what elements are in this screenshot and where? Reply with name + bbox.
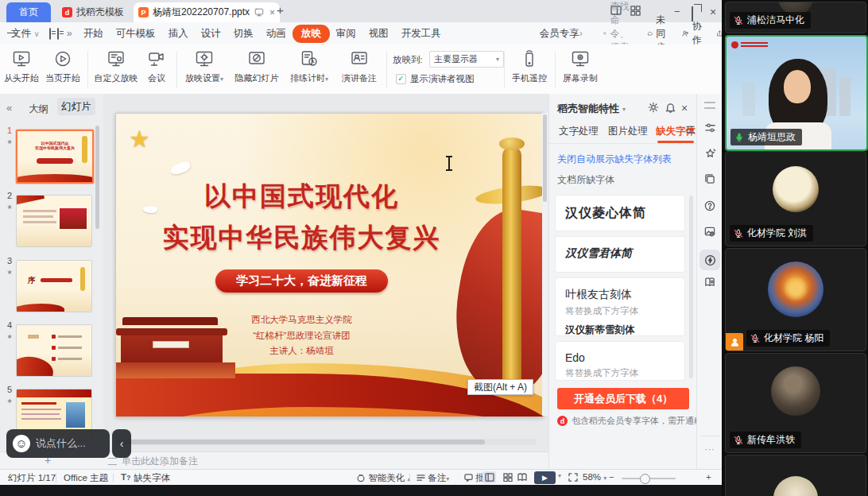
editing-canvas[interactable]: ★ 以中国式现代化 实现中华民族伟大复兴 学习二十大，奋进新征程 西北大学马克思… — [103, 94, 548, 451]
menu-item-animation[interactable]: 动画 — [260, 25, 293, 43]
menu-item-start[interactable]: 开始 — [77, 25, 110, 43]
presenter-view-checkbox[interactable]: ✓ 显示演讲者视图 — [396, 73, 475, 85]
tab-home[interactable]: 首页 — [6, 2, 51, 22]
copy-layers-icon[interactable] — [697, 173, 723, 184]
font-card[interactable]: 汉仪菱心体简 — [556, 196, 684, 231]
collaborate-button[interactable]: 协作 — [682, 20, 705, 47]
menu-item-view[interactable]: 视图 — [362, 25, 395, 43]
gear-icon[interactable] — [648, 102, 659, 113]
slide-sorter-view-button[interactable] — [501, 471, 514, 483]
tab-document[interactable]: P 杨靖垣202220707.pptx × — [134, 2, 280, 22]
notes-toggle[interactable]: 备注▾ — [417, 472, 449, 484]
properties-icon[interactable] — [697, 122, 723, 134]
menu-item-insert[interactable]: 插入 — [162, 25, 195, 43]
zoom-slider[interactable] — [622, 478, 676, 479]
zoom-out-button[interactable]: − — [609, 472, 614, 482]
participant-tile[interactable] — [725, 455, 866, 496]
zoom-level[interactable]: 58% ▾ — [583, 472, 606, 482]
menu-item-member[interactable]: 会员专享› — [533, 25, 589, 43]
emoji-icon[interactable]: ☺ — [13, 435, 30, 452]
pane-scrollbar[interactable] — [689, 196, 693, 378]
disable-auto-show-link[interactable]: 关闭自动展示缺失字体列表 — [557, 153, 672, 166]
hide-slide-button[interactable]: 隐藏幻灯片 — [232, 49, 281, 84]
pane-drag-handle[interactable] — [697, 102, 723, 109]
smart-beautify-icon[interactable] — [697, 148, 723, 160]
slide-thumbnail-2[interactable] — [16, 195, 92, 247]
tab-docer-templates[interactable]: d 找稻壳模板 — [56, 2, 130, 22]
reference-book-icon[interactable] — [697, 277, 723, 288]
phone-remote-button[interactable]: 手机遥控 — [509, 49, 550, 84]
fit-to-window-button[interactable] — [566, 471, 579, 483]
collapse-panel-icon[interactable]: « — [6, 102, 12, 114]
slide-thumbnail-1-selected[interactable]: 以中国式现代化实现中华民族伟大复兴 — [16, 130, 94, 184]
notes-placeholder[interactable]: 单击此处添加备注 — [122, 455, 198, 468]
speaker-notes-button[interactable]: 演讲备注 — [337, 49, 382, 84]
play-slideshow-button[interactable]: ▶ — [534, 471, 556, 484]
zoom-in-button[interactable]: + — [706, 472, 711, 482]
present-monitor-icon[interactable] — [254, 8, 264, 17]
close-window-icon[interactable]: × — [710, 6, 716, 18]
participant-tile-speaking[interactable]: 杨靖垣思政 — [725, 35, 868, 151]
slide-number: 4 — [4, 320, 15, 330]
horizontal-scrollbar[interactable] — [115, 439, 537, 445]
play-options-icon[interactable]: ▾ — [558, 472, 561, 479]
save-icon[interactable] — [49, 28, 51, 40]
participant-tile[interactable]: 化材学院 杨阳 — [725, 248, 866, 351]
menu-item-devtools[interactable]: 开发工具 — [395, 25, 448, 43]
slides-tab-active[interactable]: 幻灯片 — [57, 98, 95, 115]
menu-item-keniu-templates[interactable]: 可牛模板 — [110, 25, 162, 43]
menu-file[interactable]: 文件 ∨ — [11, 25, 46, 43]
bell-icon[interactable] — [665, 102, 676, 113]
menu-item-slideshow-active[interactable]: 放映 — [293, 25, 330, 43]
vertical-scrollbar[interactable] — [542, 113, 548, 416]
more-quick-icons[interactable]: » — [67, 28, 72, 39]
close-tab-icon[interactable]: × — [269, 7, 275, 18]
missing-fonts-status[interactable]: 缺失字体 — [134, 472, 170, 484]
rehearse-timing-button[interactable]: 排练计时▾ — [286, 49, 332, 84]
menu-item-review[interactable]: 审阅 — [330, 25, 362, 43]
pane-menu-icon[interactable] — [686, 126, 695, 134]
chat-input[interactable]: ☺ 说点什么... — [6, 429, 110, 458]
tab-text-tools[interactable]: 文字处理 — [559, 125, 599, 138]
minimize-window-icon[interactable]: − — [674, 6, 680, 17]
slide-thumbnail-4[interactable] — [16, 324, 92, 377]
meeting-button[interactable]: 会议 — [143, 49, 170, 84]
font-name: 叶根友古刻体 — [556, 278, 684, 305]
custom-show-button[interactable]: 自定义放映 — [91, 49, 141, 84]
menu-item-transition[interactable]: 切换 — [227, 25, 260, 43]
download-after-membership-button[interactable]: 开通会员后下载（4） — [557, 388, 689, 409]
show-settings-button[interactable]: 放映设置▾ — [181, 49, 227, 84]
smart-features-icon-active[interactable] — [699, 250, 720, 270]
export-icon[interactable] — [57, 28, 59, 40]
participant-tile[interactable]: 化材学院 刘淇 — [725, 151, 866, 246]
image-edit-icon[interactable] — [697, 226, 723, 237]
beautify-button[interactable]: 智能美化 ▴ — [356, 472, 410, 484]
new-tab-button[interactable]: + — [277, 3, 284, 17]
more-tools-icon[interactable]: ··· — [697, 445, 723, 454]
screen-record-button[interactable]: 屏幕录制 — [560, 49, 601, 84]
participant-tile[interactable]: 浦松洁马中化 — [725, 2, 866, 33]
zoom-slider-knob[interactable] — [640, 474, 650, 484]
slide-thumbnail-3[interactable]: 序 — [16, 260, 92, 312]
chat-collapse-button[interactable]: ‹ — [112, 429, 131, 458]
select-dropdown-icon: ▾ — [496, 56, 499, 63]
thumbnail-scrollbar[interactable] — [95, 102, 100, 444]
font-card[interactable]: 汉仪雪君体简 — [556, 237, 684, 272]
menu-item-design[interactable]: 设计 — [195, 25, 227, 43]
animation-star-icon: ★ — [4, 397, 15, 405]
reading-view-button[interactable] — [515, 471, 529, 483]
participant-tile[interactable]: 新传牟洪轶 — [725, 353, 866, 453]
normal-view-button[interactable] — [482, 471, 496, 483]
outline-tab[interactable]: 大纲 — [29, 103, 48, 116]
font-card[interactable]: Edo 将替换成下方字体 — [556, 342, 684, 380]
close-pane-icon[interactable]: × — [681, 102, 688, 114]
help-icon[interactable] — [697, 200, 723, 211]
display-to-select[interactable]: 主要显示器▾ — [429, 51, 504, 68]
tab-image-tools[interactable]: 图片处理 — [608, 125, 648, 138]
font-card[interactable]: 叶根友古刻体 将替换成下方字体 汉仪新蒂雪刻体 — [556, 278, 684, 335]
pane-title[interactable]: 稻壳智能特性▾ — [557, 102, 626, 116]
play-from-start-button[interactable]: 从头开始 — [3, 49, 40, 84]
slide-1-cover[interactable]: ★ 以中国式现代化 实现中华民族伟大复兴 学习二十大，奋进新征程 西北大学马克思… — [115, 113, 544, 417]
play-current-page-button[interactable]: 当页开始 — [43, 49, 83, 84]
theme-name[interactable]: Office 主题 — [64, 472, 108, 484]
